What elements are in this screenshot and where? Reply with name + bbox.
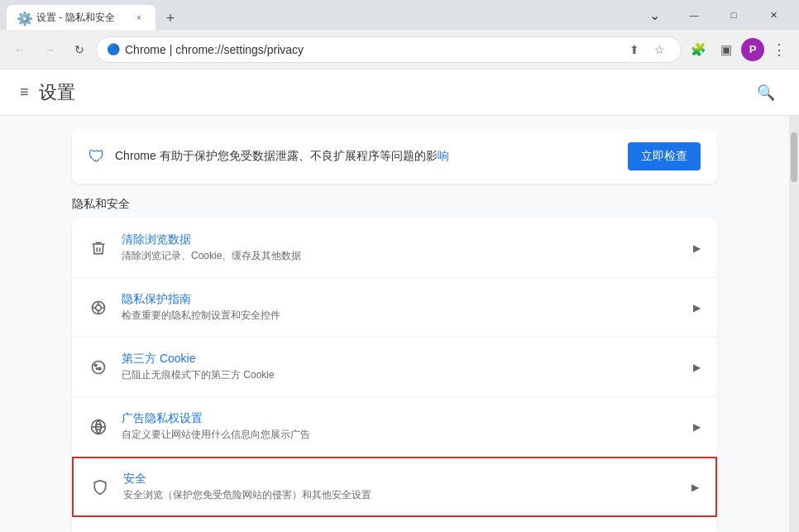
settings-item-security[interactable]: 安全 安全浏览（保护您免受危险网站的侵害）和其他安全设置 ▶ — [72, 457, 717, 517]
address-text: Chrome | chrome://settings/privacy — [125, 43, 304, 56]
chrome-label: Chrome — [125, 43, 166, 56]
page-title: 设置 — [39, 80, 75, 105]
svg-point-6 — [93, 361, 105, 373]
maximize-button[interactable]: □ — [715, 2, 753, 28]
settings-item-ad-privacy[interactable]: 广告隐私权设置 自定义要让网站使用什么信息向您展示广告 ▶ — [72, 397, 717, 457]
chevron-icon-4: ▶ — [691, 482, 699, 493]
item-desc-privacy-guide: 检查重要的隐私控制设置和安全控件 — [122, 309, 680, 323]
chevron-icon-3: ▶ — [693, 421, 701, 433]
privacy-guide-icon — [89, 298, 108, 318]
section-title: 隐私和安全 — [72, 197, 717, 212]
item-desc-third-party-cookie: 已阻止无痕模式下的第三方 Cookie — [122, 368, 680, 382]
site-security-icon: 🔵 — [107, 43, 120, 55]
active-tab[interactable]: ⚙️ 设置 - 隐私和安全 × — [7, 5, 155, 30]
bookmark-button[interactable]: ☆ — [648, 38, 671, 61]
chevron-icon-2: ▶ — [693, 362, 701, 373]
share-button[interactable]: ⬆ — [623, 38, 646, 61]
item-content-third-party-cookie: 第三方 Cookie 已阻止无痕模式下的第三方 Cookie — [122, 352, 680, 382]
sidebar-button[interactable]: ▣ — [713, 36, 739, 63]
settings-content: 🛡 Chrome 有助于保护您免受数据泄露、不良扩展程序等问题的影响 立即检查 … — [72, 116, 717, 532]
ad-privacy-icon — [89, 417, 108, 437]
item-desc-clear-browsing: 清除浏览记录、Cookie、缓存及其他数据 — [122, 249, 680, 263]
security-shield-icon — [90, 477, 110, 497]
item-title-clear-browsing: 清除浏览数据 — [122, 232, 680, 247]
scrollbar-thumb[interactable] — [791, 132, 797, 182]
banner-link[interactable]: 响 — [438, 149, 449, 162]
item-title-ad-privacy: 广告隐私权设置 — [122, 411, 680, 426]
close-button[interactable]: ✕ — [754, 2, 792, 28]
address-bar[interactable]: 🔵 Chrome | chrome://settings/privacy ⬆ ☆ — [96, 36, 682, 63]
minimize-button[interactable]: — — [675, 2, 713, 28]
item-content-security: 安全 安全浏览（保护您免受危险网站的侵害）和其他安全设置 — [123, 472, 678, 502]
settings-list: 清除浏览数据 清除浏览记录、Cookie、缓存及其他数据 ▶ — [72, 218, 717, 532]
new-tab-button[interactable]: + — [159, 7, 182, 30]
forward-button[interactable]: → — [36, 36, 63, 63]
check-now-button[interactable]: 立即检查 — [628, 142, 701, 170]
item-title-third-party-cookie: 第三方 Cookie — [122, 352, 680, 367]
chevron-icon-0: ▶ — [693, 242, 701, 254]
titlebar: ⚙️ 设置 - 隐私和安全 × + ⌄ — □ ✕ — [0, 0, 799, 30]
tab-favicon: ⚙️ — [17, 11, 30, 24]
url-text: chrome://settings/privacy — [175, 43, 304, 56]
extensions-button[interactable]: 🧩 — [685, 36, 711, 63]
refresh-button[interactable]: ↻ — [66, 36, 93, 63]
banner-text: Chrome 有助于保护您免受数据泄露、不良扩展程序等问题的影响 — [115, 149, 618, 164]
profile-button[interactable]: P — [741, 38, 764, 61]
addressbar: ← → ↻ 🔵 Chrome | chrome://settings/priva… — [0, 30, 799, 69]
item-content-privacy-guide: 隐私保护指南 检查重要的隐私控制设置和安全控件 — [122, 292, 680, 323]
shield-icon: 🛡 — [89, 147, 105, 166]
safety-banner: 🛡 Chrome 有助于保护您免受数据泄露、不良扩展程序等问题的影响 立即检查 — [72, 129, 717, 184]
tab-title: 设置 - 隐私和安全 — [36, 11, 126, 25]
item-title-security: 安全 — [123, 472, 678, 486]
menu-button[interactable]: ⋮ — [766, 36, 792, 63]
settings-item-third-party-cookie[interactable]: 第三方 Cookie 已阻止无痕模式下的第三方 Cookie ▶ — [72, 338, 717, 397]
trash-icon — [89, 238, 108, 258]
hamburger-menu-icon[interactable]: ≡ — [20, 84, 29, 101]
settings-item-clear-browsing[interactable]: 清除浏览数据 清除浏览记录、Cookie、缓存及其他数据 ▶ — [72, 218, 717, 278]
search-button[interactable]: 🔍 — [753, 79, 779, 106]
svg-point-7 — [94, 364, 97, 367]
settings-item-site-settings[interactable]: 网站设置 控制网站可以使用和显示什么信息（如位置信息、摄像头、弹出式窗口及其他）… — [72, 517, 717, 532]
banner-text-content: Chrome 有助于保护您免受数据泄露、不良扩展程序等问题的影 — [115, 149, 438, 162]
item-desc-security: 安全浏览（保护您免受危险网站的侵害）和其他安全设置 — [123, 488, 678, 502]
item-content-ad-privacy: 广告隐私权设置 自定义要让网站使用什么信息向您展示广告 — [122, 411, 680, 442]
item-desc-ad-privacy: 自定义要让网站使用什么信息向您展示广告 — [122, 428, 680, 442]
back-button[interactable]: ← — [7, 36, 33, 63]
svg-point-8 — [98, 367, 101, 370]
scrollbar[interactable] — [789, 116, 799, 532]
browser-window: ⚙️ 设置 - 隐私和安全 × + ⌄ — □ ✕ ← → ↻ 🔵 Chrome… — [0, 0, 799, 532]
svg-point-1 — [96, 304, 102, 310]
tab-area: ⚙️ 设置 - 隐私和安全 × + — [7, 0, 635, 30]
svg-point-9 — [97, 367, 98, 369]
page-header: ≡ 设置 🔍 — [0, 69, 799, 116]
main-content: 🛡 Chrome 有助于保护您免受数据泄露、不良扩展程序等问题的影响 立即检查 … — [0, 116, 789, 532]
settings-item-privacy-guide[interactable]: 隐私保护指南 检查重要的隐私控制设置和安全控件 ▶ — [72, 278, 717, 338]
chevron-icon-1: ▶ — [693, 302, 701, 314]
item-title-privacy-guide: 隐私保护指南 — [122, 292, 680, 307]
chevron-down-button[interactable]: ⌄ — [635, 2, 673, 28]
cookie-icon — [89, 357, 108, 377]
item-content-clear-browsing: 清除浏览数据 清除浏览记录、Cookie、缓存及其他数据 — [122, 232, 680, 263]
toolbar-actions: 🧩 ▣ P ⋮ — [685, 36, 792, 63]
tab-close-button[interactable]: × — [132, 11, 146, 24]
